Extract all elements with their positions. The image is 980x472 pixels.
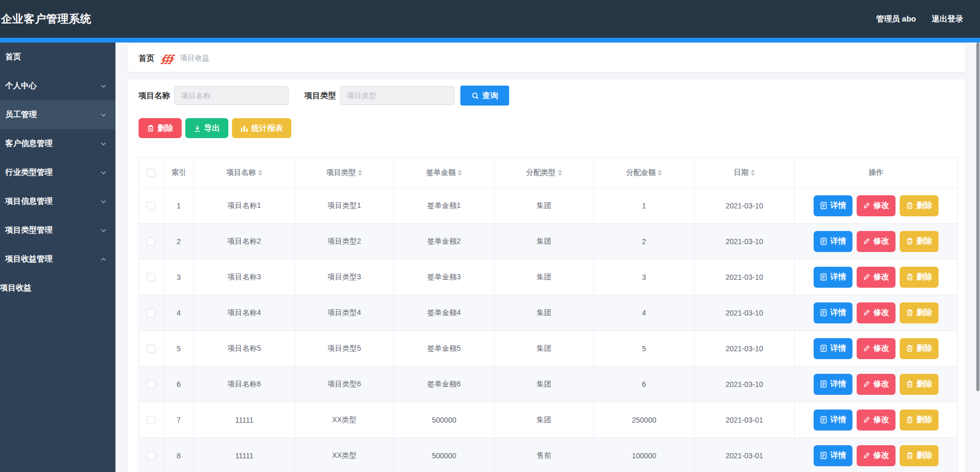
detail-button[interactable]: 详情 (814, 374, 852, 395)
sort-icon[interactable] (258, 170, 262, 176)
sidebar-item-project-revenue-mgmt[interactable]: 项目收益管理 (0, 245, 115, 274)
row-delete-button[interactable]: 删除 (900, 410, 939, 431)
document-icon (820, 309, 827, 317)
download-icon (194, 124, 201, 132)
export-button[interactable]: 导出 (185, 118, 228, 138)
row-checkbox[interactable] (147, 380, 155, 389)
delete-button[interactable]: 删除 (139, 118, 182, 138)
edit-button[interactable]: 修改 (857, 195, 895, 216)
table-header-row: 索引 项目名称 项目类型 签单金额 分配类型 分配金额 日期 操作 (139, 158, 958, 188)
sort-icon[interactable] (358, 170, 362, 176)
column-header-date[interactable]: 日期 (694, 158, 795, 188)
row-sign-amount: 签单金额4 (394, 295, 494, 331)
column-header-index: 索引 (164, 158, 194, 188)
trash-icon (906, 416, 913, 424)
sidebar-item-personal-center[interactable]: 个人中心 (0, 71, 115, 100)
row-checkbox[interactable] (147, 309, 155, 317)
row-sign-amount: 签单金额3 (394, 259, 494, 295)
project-type-input[interactable] (340, 86, 455, 105)
row-checkbox[interactable] (147, 344, 155, 353)
row-delete-button[interactable]: 删除 (900, 267, 939, 288)
scrollbar-thumb[interactable] (976, 43, 979, 391)
detail-button[interactable]: 详情 (814, 195, 852, 216)
edit-button[interactable]: 修改 (857, 338, 895, 359)
sort-icon[interactable] (558, 170, 562, 176)
row-date: 2021-03-10 (694, 366, 795, 402)
row-delete-button[interactable]: 删除 (900, 445, 939, 466)
sidebar-item-label: 个人中心 (5, 81, 37, 91)
edit-button[interactable]: 修改 (857, 231, 895, 252)
column-header-sign-amount[interactable]: 签单金额 (394, 158, 494, 188)
column-header-project-name[interactable]: 项目名称 (194, 158, 295, 188)
logout-link[interactable]: 退出登录 (932, 14, 963, 24)
row-checkbox[interactable] (147, 273, 155, 281)
edit-button[interactable]: 修改 (857, 445, 895, 466)
sidebar-item-project-info-mgmt[interactable]: 项目信息管理 (0, 187, 115, 216)
row-checkbox[interactable] (147, 452, 155, 460)
detail-button[interactable]: 详情 (814, 338, 852, 359)
edit-button[interactable]: 修改 (857, 302, 895, 323)
row-checkbox[interactable] (147, 237, 155, 246)
table-row: 3 项目名称3 项目类型3 签单金额3 集团 3 2021-03-10 详情 修… (139, 259, 958, 295)
detail-button[interactable]: 详情 (814, 445, 852, 466)
column-header-project-type[interactable]: 项目类型 (295, 158, 394, 188)
column-header-alloc-amount[interactable]: 分配金额 (594, 158, 694, 188)
sidebar-item-industry-type-mgmt[interactable]: 行业类型管理 (0, 158, 115, 187)
row-project-name: 项目名称5 (194, 331, 295, 366)
row-alloc-amount: 6 (594, 366, 694, 402)
row-project-name: 11111 (194, 438, 295, 472)
sidebar-subitem-project-revenue[interactable]: 项目收益 (0, 274, 115, 302)
row-checkbox[interactable] (147, 416, 155, 424)
chevron-down-icon (100, 111, 107, 119)
sidebar-item-project-type-mgmt[interactable]: 项目类型管理 (0, 216, 115, 245)
row-date: 2021-03-10 (694, 188, 795, 224)
row-project-name: 项目名称1 (194, 188, 295, 224)
column-header-alloc-type[interactable]: 分配类型 (494, 158, 594, 188)
row-delete-button[interactable]: 删除 (900, 231, 939, 252)
row-alloc-type: 集团 (494, 188, 594, 224)
detail-button[interactable]: 详情 (814, 231, 852, 252)
edit-button[interactable]: 修改 (857, 267, 895, 288)
sidebar-item-employee-mgmt[interactable]: 员工管理 (0, 100, 115, 129)
row-delete-button[interactable]: 删除 (900, 302, 939, 323)
detail-button[interactable]: 详情 (814, 410, 852, 431)
row-select-cell (139, 438, 164, 472)
row-alloc-amount: 1 (594, 188, 694, 224)
report-button[interactable]: 统计报表 (232, 118, 291, 138)
row-select-cell (139, 224, 164, 259)
trash-icon (906, 273, 913, 281)
select-all-checkbox[interactable] (147, 169, 155, 177)
sidebar-subitem-label: 项目收益 (0, 283, 31, 293)
sidebar-item-customer-info-mgmt[interactable]: 客户信息管理 (0, 129, 115, 158)
row-delete-button[interactable]: 删除 (900, 195, 939, 216)
sidebar-item-label: 行业类型管理 (5, 167, 52, 177)
row-checkbox[interactable] (147, 202, 155, 210)
breadcrumb-home[interactable]: 首页 (139, 54, 154, 64)
row-actions: 详情 修改 删除 (795, 402, 958, 438)
sort-icon[interactable] (751, 170, 755, 176)
pencil-icon (863, 202, 870, 209)
row-index: 3 (164, 259, 194, 295)
chevron-up-icon (100, 256, 107, 263)
sort-icon[interactable] (458, 170, 462, 176)
project-name-input[interactable] (174, 86, 289, 105)
document-icon (820, 273, 827, 281)
edit-button[interactable]: 修改 (857, 410, 895, 431)
row-delete-button[interactable]: 删除 (900, 374, 939, 395)
query-button[interactable]: 查询 (460, 86, 509, 106)
row-actions: 详情 修改 删除 (795, 259, 958, 295)
content-panel: 项目名称 项目类型 查询 删除 导出 (128, 79, 965, 472)
sidebar-item-label: 项目信息管理 (5, 196, 52, 206)
edit-button[interactable]: 修改 (857, 374, 895, 395)
sidebar-item-home[interactable]: 首页 (0, 43, 115, 71)
row-delete-button[interactable]: 删除 (900, 338, 939, 359)
row-project-type: 项目类型6 (295, 366, 394, 402)
pencil-icon (863, 380, 870, 388)
chevron-down-icon (100, 198, 107, 205)
row-select-cell (139, 259, 164, 295)
sort-icon[interactable] (658, 170, 662, 176)
current-user[interactable]: 管理员 abo (876, 14, 916, 24)
document-icon (820, 344, 827, 352)
detail-button[interactable]: 详情 (814, 302, 852, 323)
detail-button[interactable]: 详情 (814, 267, 852, 288)
